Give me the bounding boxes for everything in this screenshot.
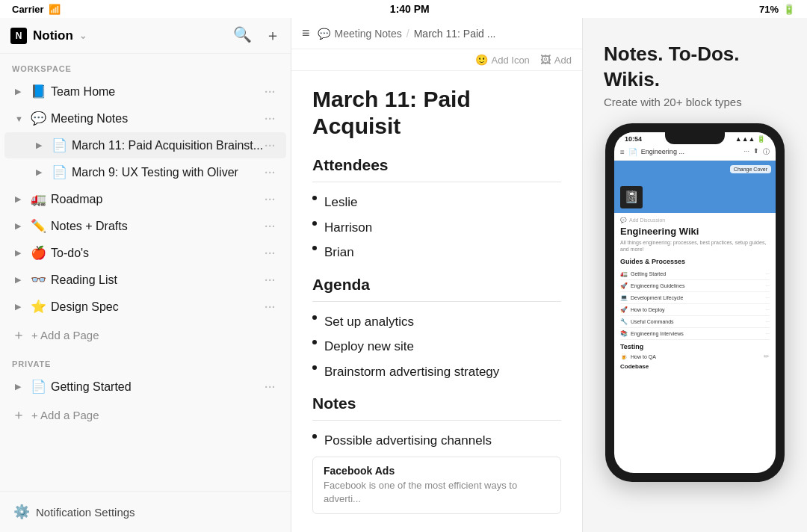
- sidebar-item-march-11[interactable]: ▶ 📄 March 11: Paid Acquisition Brainst..…: [4, 132, 286, 158]
- march-11-icon: 📄: [51, 137, 67, 153]
- sidebar-item-team-home[interactable]: ▶ 📘 Team Home ···: [4, 78, 286, 105]
- search-icon[interactable]: 🔍: [233, 25, 252, 46]
- battery-label: 71%: [759, 4, 779, 15]
- phone-time: 10:54: [625, 135, 642, 143]
- carrier-label: Carrier: [12, 4, 44, 15]
- promo-title: Notes. To-Dos. Wikis.: [604, 42, 786, 93]
- meeting-notes-icon: 💬: [30, 111, 46, 126]
- attendee-harrison: Harrison: [324, 218, 372, 238]
- phone-item-more: ···: [765, 295, 770, 300]
- list-item: Harrison: [312, 218, 561, 238]
- notion-brand[interactable]: N Notion ⌄: [10, 28, 87, 44]
- phone-qa-item[interactable]: 🍺 How to QA ✏: [620, 353, 770, 360]
- chevron-right-icon: ▶: [36, 140, 48, 150]
- phone-list-label: Getting Started: [631, 271, 666, 276]
- phone-list-icon: 💻: [620, 294, 628, 301]
- roadmap-more[interactable]: ···: [265, 194, 276, 205]
- march-9-more[interactable]: ···: [265, 167, 276, 179]
- attendee-leslie: Leslie: [324, 193, 357, 212]
- sidebar-item-notes-drafts[interactable]: ▶ ✏️ Notes + Drafts ···: [4, 213, 286, 239]
- add-icon-button[interactable]: 🙂 Add Icon: [475, 54, 530, 66]
- getting-started-more[interactable]: ···: [265, 381, 276, 393]
- phone-more-icon: ···: [743, 147, 749, 157]
- march-11-label: March 11: Paid Acquisition Brainst...: [72, 139, 265, 152]
- todos-more[interactable]: ···: [265, 247, 276, 259]
- hamburger-icon[interactable]: ≡: [302, 25, 310, 41]
- notification-settings[interactable]: ⚙️ Notification Settings: [10, 499, 280, 525]
- phone-list-item[interactable]: 📚 Engineering Interviews ···: [620, 328, 770, 340]
- center-header: ≡ 💬 Meeting Notes / March 11: Paid ...: [291, 18, 582, 49]
- breadcrumb-icon: 💬: [318, 28, 330, 40]
- phone-add-discussion: 💬 Add Discussion: [620, 217, 770, 223]
- phone-list-icon: 🚀: [620, 306, 628, 313]
- add-page-workspace-label: + Add a Page: [31, 329, 99, 341]
- add-page-private[interactable]: ＋ + Add a Page: [0, 400, 291, 429]
- sidebar: N Notion ⌄ 🔍 ＋ WORKSPACE ▶ 📘 Team Home ·…: [0, 18, 291, 532]
- status-left: Carrier 📶: [12, 4, 61, 15]
- getting-started-label: Getting Started: [51, 380, 265, 394]
- phone-page-title: Engineering ...: [641, 148, 740, 155]
- sidebar-item-march-9[interactable]: ▶ 📄 March 9: UX Testing with Oliver ···: [4, 159, 286, 185]
- phone-codebase: Codebase: [620, 363, 770, 370]
- add-workspace-icon: ＋: [12, 326, 25, 344]
- add-private-icon: ＋: [12, 406, 25, 424]
- reading-list-more[interactable]: ···: [265, 274, 276, 286]
- smiley-icon: 🙂: [475, 54, 488, 66]
- phone-wiki-title: Engineering Wiki: [620, 226, 770, 237]
- phone-commands-item[interactable]: 🔧 Useful Commands ···: [620, 316, 770, 328]
- attendee-brian: Brian: [324, 243, 354, 262]
- bullet-dot: [312, 315, 317, 320]
- phone-list-item[interactable]: 💻 Development Lifecycle ···: [620, 292, 770, 304]
- chevron-right-icon: ▶: [15, 87, 27, 96]
- doc-title: March 11: Paid Acquisit: [312, 86, 561, 140]
- phone-list-icon: 🚛: [620, 270, 628, 277]
- center-panel: ≡ 💬 Meeting Notes / March 11: Paid ... 🙂…: [291, 18, 583, 532]
- status-bar: Carrier 📶 1:40 PM 71% 🔋: [0, 0, 807, 18]
- sidebar-item-reading-list[interactable]: ▶ 👓 Reading List ···: [4, 267, 286, 293]
- add-page-workspace[interactable]: ＋ + Add a Page: [0, 321, 291, 349]
- sidebar-item-design-spec[interactable]: ▶ ⭐ Design Spec ···: [4, 294, 286, 320]
- notes-drafts-label: Notes + Drafts: [51, 220, 265, 233]
- phone-comment-icon: 💬: [620, 217, 627, 223]
- agenda-list: Set up analytics Deploy new site Brainst…: [312, 312, 561, 382]
- team-home-more[interactable]: ···: [265, 86, 276, 98]
- phone-header-icons: ··· ⬆ ⓘ: [743, 147, 770, 157]
- phone-page-icon: 📄: [628, 148, 637, 156]
- app-container: N Notion ⌄ 🔍 ＋ WORKSPACE ▶ 📘 Team Home ·…: [0, 18, 807, 532]
- list-item: Deploy new site: [312, 337, 561, 356]
- phone-list-label: Development Lifecycle: [631, 295, 683, 300]
- meeting-notes-more[interactable]: ···: [265, 113, 276, 125]
- add-icon-label: Add Icon: [492, 55, 530, 66]
- sidebar-item-todos[interactable]: ▶ 🍎 To-do's ···: [4, 240, 286, 266]
- phone-list-item[interactable]: 🚀 How to Deploy ···: [620, 304, 770, 316]
- add-icon[interactable]: ＋: [265, 25, 280, 46]
- phone-share-icon: ⬆: [753, 147, 759, 157]
- sidebar-item-meeting-notes[interactable]: ▼ 💬 Meeting Notes ···: [4, 105, 286, 132]
- phone-list-item[interactable]: 🚀 Engineering Guidelines ···: [620, 280, 770, 292]
- phone-info-icon: ⓘ: [763, 147, 770, 157]
- bullet-dot: [312, 246, 317, 250]
- phone-testing-section: Testing: [620, 343, 770, 350]
- breadcrumb-separator: /: [406, 28, 409, 40]
- phone-list-item[interactable]: 🚛 Getting Started ···: [620, 268, 770, 280]
- team-home-icon: 📘: [30, 84, 46, 99]
- design-spec-label: Design Spec: [51, 300, 265, 314]
- chevron-right-icon: ▶: [15, 221, 27, 231]
- notes-drafts-more[interactable]: ···: [265, 220, 276, 232]
- sidebar-item-roadmap[interactable]: ▶ 🚛 Roadmap ···: [4, 186, 286, 212]
- bullet-dot: [312, 196, 317, 200]
- todos-label: To-do's: [51, 247, 265, 260]
- list-item: Leslie: [312, 193, 561, 212]
- sidebar-item-getting-started[interactable]: ▶ 📄 Getting Started ···: [4, 374, 286, 400]
- phone-cover: 📓 Change Cover: [614, 161, 776, 213]
- chevron-down-icon: ▼: [15, 114, 27, 123]
- image-icon: 🖼: [540, 54, 551, 66]
- design-spec-more[interactable]: ···: [265, 301, 276, 313]
- breadcrumb-parent[interactable]: Meeting Notes: [335, 28, 402, 40]
- march-11-more[interactable]: ···: [265, 140, 276, 152]
- add-button[interactable]: 🖼 Add: [540, 54, 572, 66]
- team-home-label: Team Home: [51, 85, 265, 99]
- change-cover-button[interactable]: Change Cover: [730, 165, 771, 173]
- facebook-card[interactable]: Facebook Ads Facebook is one of the most…: [312, 457, 561, 514]
- status-right: 71% 🔋: [759, 4, 795, 15]
